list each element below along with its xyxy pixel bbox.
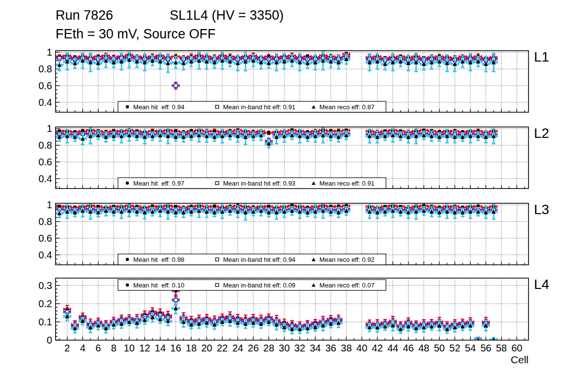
- marker-circle: [126, 258, 129, 261]
- marker-circle: [267, 131, 270, 134]
- y-tick-label: 0.1: [38, 317, 52, 327]
- legend: Mean hit eff: 0.98Mean in-band hit eff: …: [118, 254, 386, 265]
- legend-label: Mean hit eff: 0.10: [133, 282, 184, 289]
- y-tick-label: 0: [47, 335, 52, 346]
- x-tick-label: 20: [201, 343, 212, 353]
- panel-L1: 10.80.60.4Mean hit eff: 0.94Mean in-band…: [38, 47, 529, 112]
- marker-square: [174, 84, 177, 87]
- y-tick-label: 1: [47, 123, 52, 134]
- legend: Mean hit eff: 0.94Mean in-band hit eff: …: [118, 101, 386, 112]
- legend-label: Mean reco eff: 0.87: [320, 103, 375, 111]
- legend: Mean hit eff: 0.10Mean in-band hit eff: …: [118, 280, 386, 290]
- x-tick-label: 18: [186, 343, 197, 353]
- y-tick-label: 1: [47, 47, 52, 58]
- x-tick-label: 2: [64, 343, 70, 353]
- y-tick-label: 0.4: [38, 250, 52, 260]
- x-tick-label: 52: [449, 343, 460, 353]
- marker-square: [215, 284, 218, 286]
- x-axis-title: Cell: [511, 354, 529, 366]
- marker-circle: [126, 105, 129, 108]
- legend-label: Mean in-band hit eff: 0.09: [223, 282, 295, 289]
- run-title: Run 7826: [56, 8, 113, 23]
- series-hit: [64, 285, 489, 341]
- panel-label-l4: L4: [534, 277, 549, 292]
- y-tick-label: 0.6: [38, 80, 52, 91]
- legend-label: Mean hit eff: 0.98: [133, 256, 184, 263]
- plot-canvas: 10.80.60.4Mean hit eff: 0.94Mean in-band…: [0, 0, 588, 380]
- legend-label: Mean hit eff: 0.94: [133, 103, 184, 111]
- y-tick-label: 0.3: [38, 280, 52, 291]
- legend-label: Mean reco eff: 0.92: [320, 256, 375, 263]
- panel-L2: 10.80.60.4Mean hit eff: 0.97Mean in-band…: [38, 123, 529, 189]
- x-tick-label: 38: [341, 343, 352, 353]
- x-tick-label: 60: [511, 343, 522, 353]
- y-tick-label: 0.2: [38, 298, 52, 309]
- x-tick-label: 50: [434, 343, 445, 353]
- legend-label: Mean reco eff: 0.91: [320, 180, 375, 187]
- x-tick-label: 22: [217, 343, 228, 353]
- x-axis-labels: 2468101214161820222426283032343638404244…: [64, 343, 522, 353]
- x-tick-label: 8: [111, 343, 117, 353]
- efficiency-plot-page: 10.80.60.4Mean hit eff: 0.94Mean in-band…: [0, 0, 588, 380]
- y-tick-label: 0.8: [38, 63, 52, 74]
- y-tick-label: 0.4: [38, 173, 52, 184]
- y-tick-label: 1: [47, 199, 52, 210]
- panel-label-l2: L2: [534, 126, 549, 141]
- legend-label: Mean in-band hit eff: 0.94: [223, 256, 295, 263]
- x-tick-label: 4: [80, 343, 86, 353]
- y-tick-label: 0.4: [38, 97, 52, 108]
- x-tick-label: 30: [279, 343, 290, 353]
- panel-label-l3: L3: [534, 202, 549, 218]
- y-tick-label: 0.6: [38, 233, 52, 244]
- marker-square: [215, 105, 218, 108]
- x-tick-label: 46: [403, 343, 413, 353]
- legend-label: Mean in-band hit eff: 0.93: [223, 180, 295, 187]
- x-tick-label: 40: [356, 343, 367, 353]
- x-tick-label: 10: [124, 343, 135, 353]
- legend-label: Mean in-band hit eff: 0.91: [223, 103, 295, 111]
- legend-label: Mean hit eff: 0.97: [133, 180, 184, 187]
- x-tick-label: 6: [95, 343, 101, 353]
- x-tick-label: 36: [325, 343, 336, 353]
- y-tick-label: 0.8: [38, 140, 52, 151]
- x-tick-label: 26: [248, 343, 259, 353]
- panel-label-l1: L1: [534, 49, 549, 65]
- x-tick-label: 44: [387, 343, 398, 353]
- legend: Mean hit eff: 0.97Mean in-band hit eff: …: [118, 178, 386, 189]
- x-tick-label: 14: [155, 343, 166, 353]
- marker-circle: [126, 182, 129, 185]
- x-tick-label: 28: [264, 343, 274, 353]
- marker-square: [174, 298, 177, 302]
- x-tick-label: 54: [465, 343, 476, 353]
- panel-L3: 10.80.60.4Mean hit eff: 0.98Mean in-band…: [38, 199, 529, 265]
- marker-square: [215, 182, 218, 185]
- x-tick-label: 16: [170, 343, 181, 353]
- x-tick-label: 32: [294, 343, 305, 353]
- panel-L4: 0.30.20.10Mean hit eff: 0.10Mean in-band…: [38, 278, 529, 346]
- marker-square: [215, 258, 218, 261]
- legend-label: Mean reco eff: 0.07: [320, 282, 375, 289]
- detector-title: SL1L4 (HV = 3350): [170, 8, 284, 23]
- x-tick-label: 12: [139, 343, 150, 353]
- x-tick-label: 24: [232, 343, 243, 353]
- y-tick-label: 0.6: [38, 157, 52, 167]
- conditions-subtitle: FEth = 30 mV, Source OFF: [56, 27, 215, 42]
- x-tick-label: 34: [310, 343, 321, 353]
- y-tick-label: 0.8: [38, 216, 52, 227]
- x-tick-label: 58: [496, 343, 507, 353]
- x-tick-label: 56: [480, 343, 491, 353]
- x-tick-label: 42: [372, 343, 382, 353]
- marker-circle: [126, 284, 129, 286]
- x-tick-label: 48: [418, 343, 429, 353]
